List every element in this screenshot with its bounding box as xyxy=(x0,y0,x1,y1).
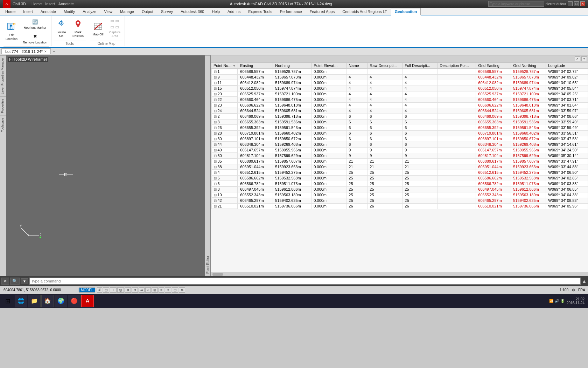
qp-btn[interactable]: ⊡ xyxy=(172,287,178,293)
tab-output[interactable]: Output xyxy=(138,8,157,15)
tab-expresstools[interactable]: Express Tools xyxy=(244,8,276,15)
col-header-num[interactable]: Point Nu... ▼ xyxy=(211,63,238,69)
table-row[interactable]: ⊡ 21 606510.021m 5159736.066m 0.000m 26 … xyxy=(211,203,588,209)
table-row[interactable]: ⊡ 6 606566.782m 5159511.073m 0.000m 25 2… xyxy=(211,181,588,186)
table-hscroll[interactable] xyxy=(211,272,588,276)
reorient-marker-button[interactable]: 🔄 Reorient Marker xyxy=(21,17,49,31)
minimize-button[interactable]: ─ xyxy=(568,1,573,6)
table-row[interactable]: ⊡ 4 606512.615m 5159452.275m 0.000m 25 2… xyxy=(211,170,588,175)
taskbar-ie[interactable]: 🌐 xyxy=(15,295,27,307)
search-input[interactable] xyxy=(488,1,544,7)
taskbar-home[interactable]: 🏠 xyxy=(41,295,54,307)
tab-insert[interactable]: Insert xyxy=(19,8,37,15)
cmd-dropdown-btn[interactable]: ▼ xyxy=(21,278,28,284)
ducs-btn[interactable]: ⌂ xyxy=(145,287,151,293)
capture-area-button[interactable]: CaptureArea xyxy=(107,17,122,40)
col-header-lon[interactable]: Longitude xyxy=(546,63,588,69)
col-header-raw[interactable]: Raw Descripti... xyxy=(368,63,402,69)
table-row[interactable]: ⊡ 28 606719.881m 5159660.402m 0.000m 6 6… xyxy=(211,130,588,136)
col-header-descfor[interactable]: Description For... xyxy=(438,63,476,69)
properties-tab[interactable]: Properties xyxy=(0,96,6,115)
table-row[interactable]: ⊡ 2 606469.069m 5159398.718m 0.000m 6 6 … xyxy=(211,114,588,119)
doc-tab-close[interactable]: ✕ xyxy=(44,50,47,53)
osnap-btn[interactable]: ⊕ xyxy=(125,287,131,293)
locate-me-button[interactable]: LocateMe xyxy=(54,17,69,40)
lw-btn[interactable]: ≡ xyxy=(159,287,164,293)
doc-tab-active[interactable]: Lot 774 - 2016-11-24* ✕ xyxy=(1,48,51,54)
table-row[interactable]: ⊡ 26 606655.392m 5159591.543m 0.000m 6 6… xyxy=(211,125,588,130)
table-row[interactable]: ⊡ 35 606889.617m 5159857.687m 0.000m 21 … xyxy=(211,158,588,164)
table-row[interactable]: ⊡ 23 606606.622m 5159648.018m 0.000m 4 4… xyxy=(211,102,588,108)
taskbar-pdf[interactable]: 🔴 xyxy=(68,295,80,307)
snap-btn[interactable]: ⊡ xyxy=(103,287,109,293)
table-row[interactable]: ⊡ 30 606897.101m 5159850.672m 0.000m 6 6… xyxy=(211,136,588,142)
table-row[interactable]: ⊡ 22 606560.464m 5159686.475m 0.000m 4 4… xyxy=(211,97,588,102)
polar-btn[interactable]: ◎ xyxy=(117,287,124,293)
tab-view[interactable]: View xyxy=(100,8,116,15)
tab-manage[interactable]: Manage xyxy=(116,8,138,15)
menu-annotate[interactable]: Annotate xyxy=(58,2,74,6)
remove-location-button[interactable]: ✖ Remove Location xyxy=(21,32,49,46)
table-row[interactable]: ⊡ 49 606147.657m 5159055.966m 0.000m 9 9… xyxy=(211,147,588,153)
table-row[interactable]: ⊡ 9 606448.432m 5159657.073m 0.000m 4 4 … xyxy=(211,74,588,80)
tab-performance[interactable]: Performance xyxy=(276,8,306,15)
col-header-name[interactable]: Name xyxy=(346,63,368,69)
close-command-btn[interactable]: ✕ xyxy=(1,278,9,285)
table-row[interactable]: ⊡ 15 606512.050m 5159747.874m 0.000m 4 4… xyxy=(211,86,588,91)
layer-properties-tab[interactable]: Layer Properties Manager xyxy=(0,55,6,96)
tab-home[interactable]: Home xyxy=(1,8,19,15)
taskbar-autocad[interactable]: A xyxy=(81,295,94,307)
table-row[interactable]: ⊡ 50 604817.104m 5157599.629m 0.000m 9 9… xyxy=(211,153,588,158)
ortho-btn[interactable]: ⊥ xyxy=(110,287,117,293)
taskbar-explorer[interactable]: 📁 xyxy=(28,295,41,307)
table-row[interactable]: ⊡ 44 606348.304m 5159269.408m 0.000m 6 6… xyxy=(211,142,588,147)
close-button[interactable]: ✕ xyxy=(580,1,585,6)
maximize-button[interactable]: □ xyxy=(574,1,579,6)
tab-survey[interactable]: Survey xyxy=(157,8,177,15)
panel-help-btn[interactable]: ? xyxy=(581,56,587,61)
tab-centroids[interactable]: Centroids And Regions LT xyxy=(338,8,391,15)
tp-btn[interactable]: ✦ xyxy=(165,287,171,293)
tab-help[interactable]: Help xyxy=(208,8,224,15)
table-row[interactable]: ⊡ 8 606497.045m 5159612.866m 0.000m 25 2… xyxy=(211,186,588,192)
toolspace-tab[interactable]: Toolspace xyxy=(0,115,6,134)
edit-location-button[interactable]: EditLocation xyxy=(4,20,20,42)
table-row[interactable]: ⊡ 11 606412.082m 5159689.974m 0.000m 4 4… xyxy=(211,80,588,86)
tab-geolocation[interactable]: Geolocation xyxy=(391,8,421,15)
settings-btn[interactable]: ⚙ xyxy=(571,288,576,292)
tab-modify[interactable]: Modify xyxy=(60,8,79,15)
col-header-gnorthing[interactable]: Grid Northing xyxy=(511,63,546,69)
menu-home[interactable]: Home xyxy=(31,2,42,6)
col-header-full[interactable]: Full Descripti... xyxy=(402,63,438,69)
viewport[interactable]: [-][Top][2D Wireframe] Y X xyxy=(6,55,205,276)
tab-analyze[interactable]: Analyze xyxy=(79,8,100,15)
col-header-northing[interactable]: Northing xyxy=(273,63,312,69)
table-row[interactable]: ⊡ 38 606951.044m 5159923.663m 0.000m 21 … xyxy=(211,164,588,170)
command-expand-btn[interactable]: ▲ xyxy=(582,278,587,284)
table-row[interactable]: ⊡ 20 606525.937m 5159721.100m 0.000m 4 4… xyxy=(211,91,588,97)
model-btn[interactable]: MODEL xyxy=(79,287,95,293)
col-header-elev[interactable]: Point Elevat... xyxy=(312,63,346,69)
table-row[interactable]: ⊡ 1 606589.557m 5159528.787m 0.000m 6065… xyxy=(211,69,588,75)
taskbar-chrome[interactable]: 🌍 xyxy=(55,295,67,307)
tab-featuredapps[interactable]: Featured Apps xyxy=(306,8,339,15)
command-input[interactable] xyxy=(29,278,581,285)
tab-addins[interactable]: Add-ins xyxy=(224,8,244,15)
3dosnap-btn[interactable]: ⊙ xyxy=(132,287,138,293)
grid-btn[interactable]: # xyxy=(97,287,103,293)
panel-check-btn[interactable]: ✓ xyxy=(575,56,580,61)
tab-autodesk360[interactable]: Autodesk 360 xyxy=(177,8,208,15)
col-header-easting[interactable]: Easting xyxy=(238,63,273,69)
mark-position-button[interactable]: MarkPosition xyxy=(70,17,86,40)
table-row[interactable]: ⊡ 24 606644.524m 5159605.681m 0.000m 4 4… xyxy=(211,108,588,114)
table-row[interactable]: ⊡ 10 606552.343m 5159563.189m 0.000m 25 … xyxy=(211,192,588,198)
table-row[interactable]: ⊡ 42 606465.297m 5159402.635m 0.000m 25 … xyxy=(211,198,588,203)
start-button[interactable]: ⊞ xyxy=(1,295,14,307)
dyn-btn[interactable]: ⊞ xyxy=(152,287,158,293)
sc-btn[interactable]: ⊛ xyxy=(179,287,185,293)
otrack-btn[interactable]: ∞ xyxy=(139,287,145,293)
col-header-geasting[interactable]: Grid Easting xyxy=(476,63,511,69)
tab-annotate[interactable]: Annotate xyxy=(37,8,60,15)
table-container[interactable]: Point Nu... ▼ Easting Northing Point Ele… xyxy=(211,62,588,272)
menu-insert[interactable]: Insert xyxy=(45,2,55,6)
